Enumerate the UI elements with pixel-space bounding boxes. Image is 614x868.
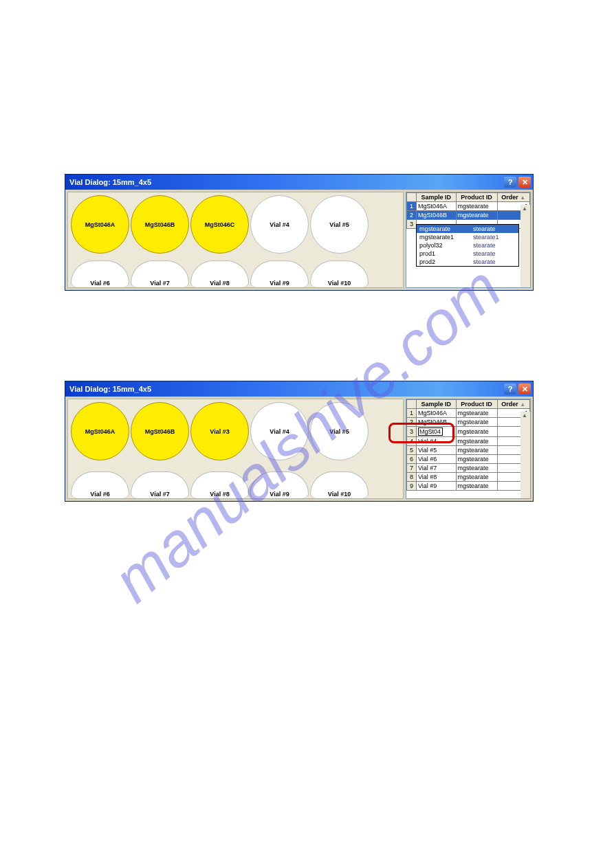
vial[interactable]: Vial #7	[131, 471, 189, 499]
col-order[interactable]: Order ▲	[497, 400, 529, 409]
row-number: 3	[407, 427, 417, 437]
cell-sample[interactable]: Vial #4	[417, 437, 457, 446]
cell-product[interactable]: mgstearate	[456, 473, 497, 482]
vertical-scrollbar[interactable]	[520, 205, 530, 287]
vial[interactable]: Vial #10	[310, 471, 369, 499]
col-rownum[interactable]	[407, 400, 417, 409]
cell-product[interactable]: mgstearate	[456, 482, 497, 491]
close-button[interactable]: ✕	[518, 383, 531, 394]
col-product[interactable]: Product ID	[456, 193, 497, 202]
cell-sample[interactable]: Vial #9	[417, 482, 457, 491]
vial[interactable]: Vial #9	[250, 260, 309, 288]
cell-sample[interactable]: Vial #8	[417, 473, 457, 482]
help-button[interactable]: ?	[504, 177, 516, 188]
row-number: 3	[407, 220, 417, 229]
table-row[interactable]: 2MgSt046Bmgstearate2	[407, 211, 530, 220]
cell-sample[interactable]: Vial #6	[417, 455, 457, 464]
vial[interactable]: Vial #7	[131, 260, 189, 288]
table-row[interactable]: 1MgSt046Amgstearate1	[407, 409, 530, 418]
title-text: Vial Dialog: 15mm_4x5	[69, 178, 151, 186]
cell-product[interactable]: mgstearate	[456, 211, 497, 220]
table-row[interactable]: 3MgSt04mgstearate3	[407, 427, 530, 437]
grid-panel: Sample ID Product ID Order ▲ 1MgSt046Amg…	[406, 399, 531, 499]
cell-sample[interactable]: MgSt046B	[417, 211, 457, 220]
dropdown-option[interactable]: mgstearate1stearate1	[417, 233, 518, 241]
row-number: 4	[407, 437, 417, 446]
row-number: 2	[407, 418, 417, 427]
row-number: 1	[407, 409, 417, 418]
help-button[interactable]: ?	[504, 383, 516, 394]
sort-asc-icon: ▲	[520, 401, 525, 408]
cell-product[interactable]: mgstearate	[456, 464, 497, 473]
vial[interactable]: Vial #8	[190, 260, 249, 288]
row-number: 7	[407, 464, 417, 473]
vial[interactable]: Vial #9	[250, 471, 309, 499]
table-row[interactable]: 9Vial #9mgstearate	[407, 482, 530, 491]
sample-grid[interactable]: Sample ID Product ID Order ▲ 1MgSt046Amg…	[406, 399, 530, 491]
cell-product[interactable]: mgstearate	[456, 437, 497, 446]
vial-dialog-1: Vial Dialog: 15mm_4x5 ? ✕ MgSt046AMgSt04…	[65, 174, 534, 291]
row-number: 9	[407, 482, 417, 491]
table-row[interactable]: 8Vial #8mgstearate	[407, 473, 530, 482]
cell-product[interactable]: mgstearate	[456, 427, 497, 437]
col-order[interactable]: Order ▲	[497, 193, 529, 202]
vial[interactable]: Vial #5	[310, 402, 369, 460]
row-number: 6	[407, 455, 417, 464]
close-button[interactable]: ✕	[518, 177, 531, 188]
titlebar[interactable]: Vial Dialog: 15mm_4x5 ? ✕	[65, 381, 533, 397]
cell-product[interactable]: mgstearate	[456, 455, 497, 464]
vertical-scrollbar[interactable]	[520, 412, 530, 498]
cell-product[interactable]: mgstearate	[456, 409, 497, 418]
dropdown-option[interactable]: prod2stearate	[417, 258, 518, 266]
vial-area: MgSt046AMgSt046BMgSt046CVial #4Vial #5 V…	[67, 192, 404, 288]
table-row[interactable]: 1MgSt046Amgstearate1	[407, 202, 530, 211]
table-row[interactable]: 4Vial #4mgstearate	[407, 437, 530, 446]
vial-dialog-2: Vial Dialog: 15mm_4x5 ? ✕ MgSt046AMgSt04…	[65, 381, 534, 502]
table-row[interactable]: 5Vial #5mgstearate	[407, 446, 530, 455]
vial[interactable]: MgSt046A	[71, 195, 129, 254]
cell-sample-editing[interactable]: MgSt04	[417, 427, 457, 437]
cell-sample[interactable]: MgSt046A	[417, 409, 457, 418]
dropdown-option[interactable]: prod1stearate	[417, 249, 518, 258]
vial[interactable]: MgSt046B	[131, 195, 189, 254]
col-sample[interactable]: Sample ID	[417, 193, 457, 202]
cell-sample[interactable]: MgSt046A	[417, 202, 457, 211]
vial[interactable]: Vial #10	[310, 260, 369, 288]
vial[interactable]: Vial #8	[190, 471, 249, 499]
vial[interactable]: Vial #6	[71, 471, 129, 499]
col-sample[interactable]: Sample ID	[417, 400, 457, 409]
sort-asc-icon: ▲	[520, 194, 525, 201]
titlebar[interactable]: Vial Dialog: 15mm_4x5 ? ✕	[65, 175, 533, 190]
vial[interactable]: Vial #5	[310, 195, 369, 254]
dropdown-option[interactable]: polyol32stearate	[417, 241, 518, 249]
row-number: 8	[407, 473, 417, 482]
cell-sample[interactable]: MgSt046B	[417, 418, 457, 427]
vial[interactable]: MgSt046B	[131, 402, 189, 460]
table-row[interactable]: 6Vial #6mgstearate	[407, 455, 530, 464]
table-row[interactable]: 2MgSt046Bmgstearate2	[407, 418, 530, 427]
grid-panel: Sample ID Product ID Order ▲ 1MgSt046Amg…	[406, 192, 531, 288]
row-number: 2	[407, 211, 417, 220]
cell-sample[interactable]: Vial #7	[417, 464, 457, 473]
row-number: 5	[407, 446, 417, 455]
vial[interactable]: Vial #4	[250, 402, 309, 460]
cell-product[interactable]: mgstearate	[456, 418, 497, 427]
product-dropdown[interactable]: mgstearatestearatemgstearate1stearate1po…	[416, 224, 519, 267]
vial-area: MgSt046AMgSt046BVial #3Vial #4Vial #5 Vi…	[67, 399, 404, 499]
vial[interactable]: Vial #6	[71, 260, 129, 288]
cell-sample[interactable]: Vial #5	[417, 446, 457, 455]
col-product[interactable]: Product ID	[456, 400, 497, 409]
row-number: 1	[407, 202, 417, 211]
vial[interactable]: MgSt046C	[190, 195, 249, 254]
dropdown-option[interactable]: mgstearatestearate	[417, 225, 518, 233]
vial[interactable]: Vial #3	[190, 402, 249, 460]
table-row[interactable]: 7Vial #7mgstearate	[407, 464, 530, 473]
col-rownum[interactable]	[407, 193, 417, 202]
title-text: Vial Dialog: 15mm_4x5	[69, 385, 151, 393]
vial[interactable]: Vial #4	[250, 195, 309, 254]
cell-product[interactable]: mgstearate	[456, 202, 497, 211]
cell-product[interactable]: mgstearate	[456, 446, 497, 455]
vial[interactable]: MgSt046A	[71, 402, 129, 460]
